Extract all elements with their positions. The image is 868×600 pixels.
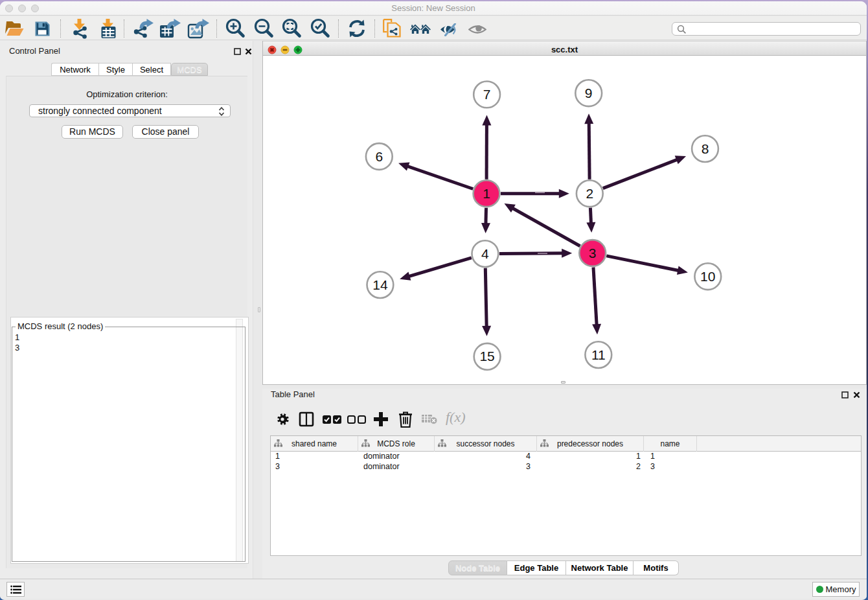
svg-text:7: 7 [483,87,491,102]
svg-text:1: 1 [483,186,490,201]
svg-text:11: 11 [591,347,606,362]
svg-text:6: 6 [375,149,383,164]
svg-text:8: 8 [702,141,709,156]
svg-text:14: 14 [372,277,388,292]
svg-text:10: 10 [700,269,715,284]
svg-text:15: 15 [479,349,494,363]
svg-text:9: 9 [585,86,593,100]
svg-text:4: 4 [481,246,489,261]
svg-text:2: 2 [586,186,593,201]
svg-text:3: 3 [589,246,597,260]
